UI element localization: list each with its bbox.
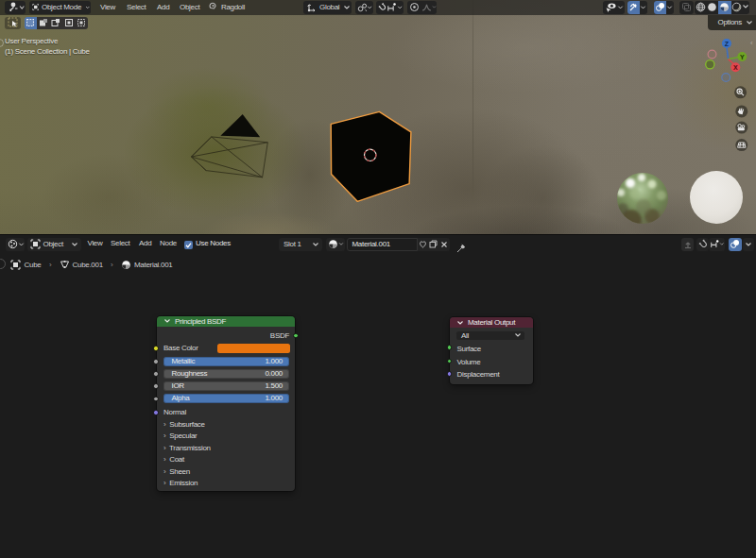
svg-text:Z: Z [725,41,730,47]
svg-text:Y: Y [740,54,745,60]
svg-text:X: X [733,64,738,71]
